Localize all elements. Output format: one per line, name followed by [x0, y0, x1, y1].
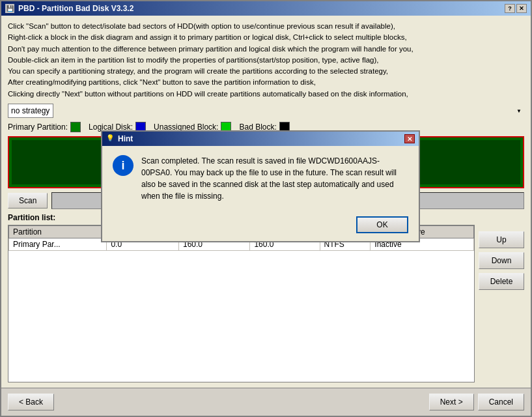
close-button[interactable]: ✕ [516, 4, 527, 13]
dialog-info-icon: i [113, 155, 133, 176]
title-controls: ? ✕ [505, 4, 527, 13]
instruction-line-1: Click "Scan" button to detect/isolate ba… [8, 21, 524, 32]
dialog-title-text: Hint [118, 134, 133, 143]
dialog-title-bar: 💡 Hint ✕ [102, 132, 419, 146]
instruction-line-7: Clicking directly "Next" button without … [8, 89, 524, 100]
ok-button[interactable]: OK [356, 216, 408, 233]
scan-button[interactable]: Scan [8, 193, 48, 208]
title-bar: 💾 PBD - Partition Bad Disk V3.3.2 ? ✕ [1, 1, 531, 16]
partition-table: Partition Start(b...) Stop(b...) Size(b.… [8, 225, 475, 382]
instruction-line-2: Right-click a block in the disk diagram … [8, 32, 524, 43]
instructions-block: Click "Scan" button to detect/isolate ba… [8, 21, 524, 100]
dialog-message: Scan completed. The scan result is saved… [141, 155, 408, 202]
instruction-line-3: Don't pay much attention to the differen… [8, 44, 524, 55]
primary-color-swatch [70, 122, 81, 132]
hint-dialog: 💡 Hint ✕ i Scan completed. The scan resu… [101, 130, 420, 242]
strategy-wrapper: no strategystrategy 1strategy 2 [8, 104, 524, 118]
cell-partition: Primary Par... [9, 238, 107, 250]
instruction-line-6: After creating/modifying partitions, cli… [8, 77, 524, 88]
strategy-row: no strategystrategy 1strategy 2 [8, 104, 524, 118]
right-buttons: Up Down Delete [479, 213, 524, 382]
dialog-close-button[interactable]: ✕ [404, 134, 415, 143]
window-title: PBD - Partition Bad Disk V3.3.2 [18, 4, 133, 13]
col-partition: Partition [9, 225, 107, 238]
help-button[interactable]: ? [505, 4, 515, 13]
primary-partition-label: Primary Partition: [8, 122, 68, 132]
app-icon: 💾 [5, 4, 14, 13]
instruction-line-5: You can specify a partitioning strategy,… [8, 66, 524, 77]
instruction-line-4: Double-click an item in the partition li… [8, 55, 524, 66]
footer: < Back Next > Cancel [1, 388, 531, 416]
dialog-title-icon: 💡 [106, 134, 115, 143]
footer-right: Next > Cancel [429, 394, 524, 410]
up-button[interactable]: Up [479, 231, 524, 248]
next-button[interactable]: Next > [429, 394, 474, 410]
down-button[interactable]: Down [479, 252, 524, 269]
legend-primary: Primary Partition: [8, 122, 81, 132]
cancel-button[interactable]: Cancel [478, 394, 524, 410]
dialog-footer: OK [102, 211, 419, 241]
dialog-body: i Scan completed. The scan result is sav… [102, 146, 419, 211]
strategy-select[interactable]: no strategystrategy 1strategy 2 [8, 104, 53, 118]
delete-button[interactable]: Delete [479, 273, 524, 290]
back-button[interactable]: < Back [8, 394, 54, 410]
